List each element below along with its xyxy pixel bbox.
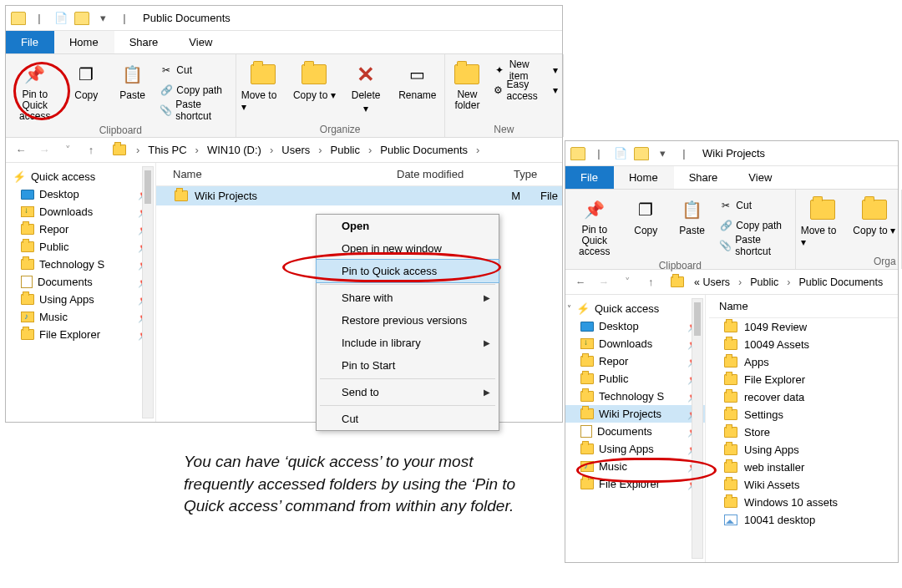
pin-to-quickaccess-button[interactable]: 📌 Pin to Quick access bbox=[11, 58, 59, 123]
copy-path-button[interactable]: 🔗Copy path bbox=[719, 216, 789, 235]
crumb-item[interactable]: Public Documents bbox=[795, 275, 886, 290]
breadcrumb[interactable]: « Users› Public› Public Documents bbox=[691, 275, 886, 290]
nav-item[interactable]: Using Apps📌 bbox=[6, 291, 155, 308]
list-item[interactable]: Apps bbox=[709, 353, 898, 371]
col-name[interactable]: Name bbox=[156, 163, 390, 185]
nav-item[interactable]: Downloads📌 bbox=[6, 203, 155, 220]
list-item[interactable]: Using Apps bbox=[709, 441, 898, 459]
nav-item[interactable]: Documents📌 bbox=[6, 273, 155, 291]
nav-item[interactable]: Downloads📌 bbox=[565, 335, 705, 352]
list-item[interactable]: Settings bbox=[709, 406, 898, 423]
tab-view[interactable]: View bbox=[174, 31, 228, 53]
ctx-restore-versions[interactable]: Restore previous versions bbox=[317, 309, 499, 332]
cut-button[interactable]: ✂Cut bbox=[160, 61, 230, 79]
list-item[interactable]: 10049 Assets bbox=[709, 336, 898, 353]
list-item[interactable]: 1049 Review bbox=[709, 318, 898, 336]
nav-item[interactable]: Public📌 bbox=[565, 370, 705, 388]
list-item[interactable]: web installer bbox=[709, 459, 898, 476]
paste-shortcut-button[interactable]: 📎Paste shortcut bbox=[160, 101, 230, 119]
nav-item[interactable]: Music📌 bbox=[6, 308, 155, 326]
new-doc-icon[interactable]: 📄 bbox=[612, 145, 629, 162]
list-item[interactable]: recover data bbox=[709, 388, 898, 406]
tab-file[interactable]: File bbox=[565, 166, 614, 189]
new-item-button[interactable]: ✦New item ▾ bbox=[493, 61, 558, 79]
nav-item[interactable]: Technology S📌 bbox=[6, 256, 155, 273]
easy-access-button[interactable]: ⚙Easy access ▾ bbox=[493, 81, 558, 99]
chevron-down-icon[interactable]: ˅ bbox=[567, 304, 571, 313]
nav-item[interactable]: Repor📌 bbox=[6, 220, 155, 238]
tab-home[interactable]: Home bbox=[614, 166, 674, 189]
nav-item[interactable]: Using Apps📌 bbox=[565, 440, 705, 458]
scrollbar[interactable] bbox=[142, 166, 154, 418]
new-doc-icon[interactable]: 📄 bbox=[53, 10, 69, 27]
list-item[interactable]: 10041 desktop bbox=[709, 511, 898, 529]
crumb-item[interactable]: This PC bbox=[144, 142, 190, 158]
new-folder-button[interactable]: New folder bbox=[450, 58, 485, 122]
ctx-pin-start[interactable]: Pin to Start bbox=[317, 354, 499, 377]
nav-item[interactable]: Wiki Projects📌 bbox=[565, 405, 705, 423]
qat-folder-icon[interactable] bbox=[74, 12, 89, 25]
scrollbar[interactable] bbox=[692, 298, 703, 559]
paste-button[interactable]: 📋 Paste bbox=[673, 193, 711, 258]
recent-dropdown[interactable]: ˅ bbox=[619, 274, 636, 291]
crumb-item[interactable]: Public bbox=[327, 142, 363, 158]
pin-to-quickaccess-button[interactable]: 📌 Pin to Quick access bbox=[570, 193, 619, 258]
list-row-selected[interactable]: Wiki Projects M File bbox=[156, 186, 562, 205]
paste-shortcut-button[interactable]: 📎Paste shortcut bbox=[719, 236, 789, 255]
rename-button[interactable]: ▭ Rename bbox=[396, 58, 439, 122]
qat-dropdown-icon[interactable]: ▾ bbox=[94, 10, 111, 27]
nav-item[interactable]: Documents📌 bbox=[565, 423, 705, 440]
tab-file[interactable]: File bbox=[6, 31, 54, 53]
column-headers[interactable]: Name Date modified Type bbox=[156, 163, 562, 186]
ctx-open-new-window[interactable]: Open in new window bbox=[317, 237, 499, 260]
nav-item[interactable]: File Explorer📌 bbox=[6, 326, 155, 343]
quick-access-header[interactable]: ⚡ Quick access bbox=[6, 168, 155, 185]
crumb-item[interactable]: Public Documents bbox=[377, 142, 471, 158]
crumb-item[interactable]: Public bbox=[747, 275, 782, 290]
forward-button[interactable]: → bbox=[595, 274, 612, 291]
quick-access-header[interactable]: ˅ ⚡ Quick access bbox=[565, 300, 705, 317]
forward-button[interactable]: → bbox=[36, 142, 53, 159]
tab-share[interactable]: Share bbox=[114, 31, 175, 53]
move-to-button[interactable]: Move to ▾ bbox=[241, 58, 285, 122]
col-name[interactable]: Name bbox=[709, 295, 898, 318]
chevron-right-icon[interactable]: › bbox=[133, 142, 143, 158]
nav-item[interactable]: Public📌 bbox=[6, 238, 155, 256]
move-to-button[interactable]: Move to ▾ bbox=[801, 193, 844, 254]
copy-button[interactable]: ❐ Copy bbox=[627, 193, 665, 258]
delete-button[interactable]: ✕ Delete ▾ bbox=[344, 58, 388, 122]
nav-item[interactable]: Technology S📌 bbox=[565, 388, 705, 405]
cut-button[interactable]: ✂Cut bbox=[719, 196, 789, 215]
copy-button[interactable]: ❐ Copy bbox=[68, 58, 105, 123]
crumb-prefix[interactable]: « Users bbox=[691, 275, 733, 290]
tab-share[interactable]: Share bbox=[674, 166, 734, 189]
up-button[interactable]: ↑ bbox=[642, 274, 659, 291]
col-date[interactable]: Date modified bbox=[390, 163, 507, 185]
tab-home[interactable]: Home bbox=[54, 31, 114, 53]
back-button[interactable]: ← bbox=[572, 274, 589, 291]
back-button[interactable]: ← bbox=[13, 142, 29, 159]
recent-dropdown[interactable]: ˅ bbox=[59, 142, 76, 159]
list-item[interactable]: Store bbox=[709, 423, 898, 441]
copy-to-button[interactable]: Copy to ▾ bbox=[853, 193, 896, 254]
nav-item[interactable]: Repor📌 bbox=[565, 352, 705, 370]
breadcrumb[interactable]: › This PC› WIN10 (D:)› Users› Public› Pu… bbox=[133, 142, 483, 158]
crumb-item[interactable]: WIN10 (D:) bbox=[204, 142, 265, 158]
nav-item[interactable]: Desktop📌 bbox=[6, 185, 155, 203]
list-item[interactable]: Windows 10 assets bbox=[709, 494, 898, 511]
ctx-share-with[interactable]: Share with▶ bbox=[317, 286, 499, 309]
nav-item[interactable]: Music📌 bbox=[565, 458, 705, 475]
qat-folder-icon[interactable] bbox=[634, 147, 649, 160]
nav-item[interactable]: Desktop📌 bbox=[565, 317, 705, 335]
up-button[interactable]: ↑ bbox=[83, 142, 99, 159]
copy-to-button[interactable]: Copy to ▾ bbox=[292, 58, 336, 122]
ctx-pin-quick-access[interactable]: Pin to Quick access bbox=[316, 259, 499, 283]
ctx-cut[interactable]: Cut bbox=[317, 408, 499, 430]
ctx-send-to[interactable]: Send to▶ bbox=[317, 381, 499, 403]
ctx-include-library[interactable]: Include in library▶ bbox=[317, 332, 499, 354]
copy-path-button[interactable]: 🔗Copy path bbox=[160, 81, 230, 99]
qat-dropdown-icon[interactable]: ▾ bbox=[654, 145, 671, 162]
nav-item[interactable]: File Explorer📌 bbox=[565, 475, 705, 493]
paste-button[interactable]: 📋 Paste bbox=[114, 58, 151, 123]
list-item[interactable]: File Explorer bbox=[709, 371, 898, 388]
